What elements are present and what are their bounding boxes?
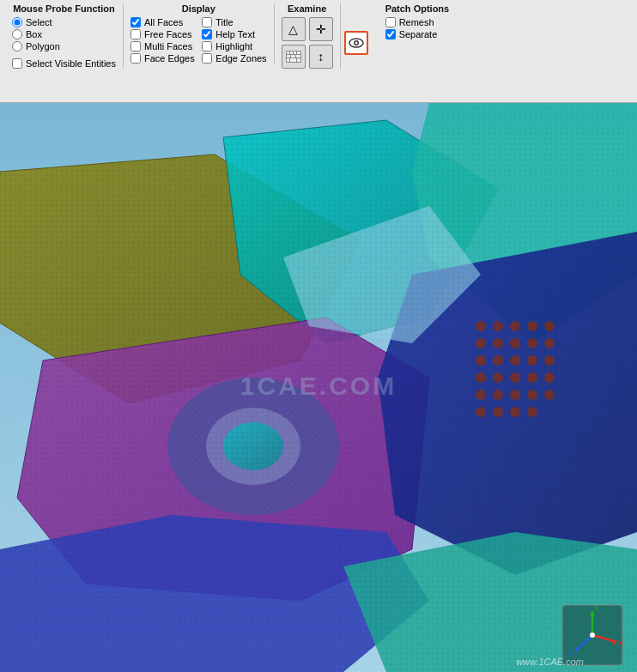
examine-title: Examine (282, 3, 333, 14)
svg-point-82 (590, 633, 595, 638)
cb-all-faces[interactable]: All Faces (130, 17, 195, 27)
cb-remesh[interactable]: Remesh (385, 17, 450, 27)
cb-help-text-label: Help Text (215, 29, 255, 39)
cb-free-faces[interactable]: Free Faces (130, 29, 195, 39)
svg-rect-6 (291, 55, 295, 58)
cb-free-faces-label: Free Faces (144, 29, 192, 39)
cb-edge-zones[interactable]: Edge Zones (202, 53, 266, 64)
svg-text:X: X (618, 639, 623, 647)
radio-polygon[interactable]: Polygon (12, 41, 116, 51)
cb-multi-faces-label: Multi Faces (144, 41, 192, 51)
display-section: Display All Faces Title Free Faces Help … (124, 3, 275, 64)
grid-keyboard-icon[interactable] (282, 45, 306, 69)
svg-rect-7 (296, 55, 300, 58)
triangle-icon[interactable]: △ (282, 17, 306, 41)
select-visible-entities[interactable]: Select Visible Entities (12, 58, 116, 69)
patch-options-section: Patch Options Remesh Separate (379, 3, 457, 39)
radio-box[interactable]: Box (12, 29, 116, 39)
display-options: All Faces Title Free Faces Help Text Mul… (130, 17, 267, 64)
radio-box-input[interactable] (12, 29, 22, 39)
cb-all-faces-input[interactable] (130, 17, 141, 27)
eye-icon[interactable] (344, 31, 368, 55)
svg-rect-1 (287, 51, 289, 54)
cb-face-edges-label: Face Edges (144, 53, 195, 64)
cb-multi-faces-input[interactable] (130, 41, 141, 51)
radio-box-label: Box (26, 29, 42, 39)
radio-select-label: Select (26, 17, 52, 27)
cb-remesh-label: Remesh (399, 17, 434, 27)
cb-separate-label: Separate (399, 29, 438, 39)
mouse-probe-section: Mouse Probe Function Select Box Polygon … (5, 3, 124, 69)
mouse-probe-title: Mouse Probe Function (12, 3, 116, 14)
cb-separate-input[interactable] (385, 29, 396, 39)
display-title: Display (130, 3, 267, 14)
select-visible-checkbox[interactable] (12, 58, 22, 69)
patch-options-title: Patch Options (385, 3, 450, 14)
crosshair-icon[interactable]: ✛ (309, 17, 333, 41)
radio-select-input[interactable] (12, 17, 22, 27)
cb-title[interactable]: Title (202, 17, 266, 27)
cb-highlight-label: Highlight (215, 41, 252, 51)
cb-face-edges[interactable]: Face Edges (130, 53, 195, 64)
examine-icon-row-2: ↕ (282, 45, 333, 69)
examine-icons: △ ✛ (282, 17, 333, 69)
eye-icon-section (341, 3, 372, 55)
cb-help-text[interactable]: Help Text (202, 29, 266, 39)
examine-section: Examine △ ✛ (275, 3, 341, 69)
svg-rect-5 (287, 55, 290, 58)
cb-free-faces-input[interactable] (130, 29, 141, 39)
radio-polygon-label: Polygon (26, 41, 60, 51)
measure-icon[interactable]: ↕ (309, 45, 333, 69)
svg-rect-2 (290, 51, 293, 54)
cb-help-text-input[interactable] (202, 29, 212, 39)
svg-text:Y: Y (594, 604, 599, 613)
logo: www.1CAE.com (516, 657, 584, 667)
cb-face-edges-input[interactable] (130, 53, 141, 64)
mesh-visualization: X Y Z 1CAE.COM www.1CAE.com (0, 103, 637, 672)
select-visible-label: Select Visible Entities (26, 58, 116, 69)
radio-select[interactable]: Select (12, 17, 116, 27)
svg-rect-10 (297, 58, 300, 62)
patch-options-content: Remesh Separate (385, 17, 450, 39)
cb-separate[interactable]: Separate (385, 29, 450, 39)
svg-rect-8 (287, 58, 289, 62)
cb-highlight[interactable]: Highlight (202, 41, 266, 51)
svg-point-13 (355, 42, 357, 45)
cb-remesh-input[interactable] (385, 17, 396, 27)
viewport[interactable]: X Y Z 1CAE.COM www.1CAE.com (0, 103, 637, 672)
cb-edge-zones-input[interactable] (202, 53, 212, 64)
examine-icon-row-1: △ ✛ (282, 17, 333, 41)
cb-all-faces-label: All Faces (144, 17, 183, 27)
radio-polygon-input[interactable] (12, 41, 22, 51)
cb-edge-zones-label: Edge Zones (215, 53, 266, 64)
cb-title-input[interactable] (202, 17, 212, 27)
svg-rect-4 (297, 51, 300, 54)
probe-options: Select Box Polygon Select Visible Entiti… (12, 17, 116, 69)
svg-rect-9 (290, 58, 296, 62)
cb-highlight-input[interactable] (202, 41, 212, 51)
cb-multi-faces[interactable]: Multi Faces (130, 41, 195, 51)
cb-title-label: Title (215, 17, 233, 27)
svg-rect-3 (294, 51, 296, 54)
watermark: 1CAE.COM (240, 372, 397, 400)
toolbar: Mouse Probe Function Select Box Polygon … (0, 0, 637, 103)
